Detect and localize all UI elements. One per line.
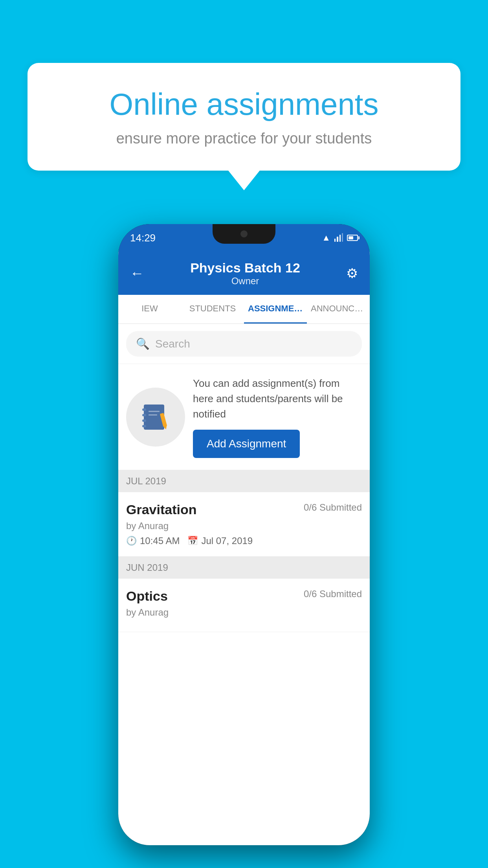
assignment-date: 📅 Jul 07, 2019 <box>187 535 253 546</box>
assignment-item-optics[interactable]: Optics 0/6 Submitted by Anurag <box>118 579 370 632</box>
wifi-icon: ▲ <box>322 233 330 243</box>
svg-rect-4 <box>142 425 146 427</box>
svg-rect-1 <box>142 408 146 411</box>
assignment-name: Gravitation <box>126 502 196 517</box>
tab-iew[interactable]: IEW <box>118 295 181 324</box>
calendar-icon: 📅 <box>187 536 198 546</box>
assignment-by-optics: by Anurag <box>126 607 362 618</box>
app-header: ← Physics Batch 12 Owner ⚙ <box>118 252 370 295</box>
tab-assignments[interactable]: ASSIGNMENTS <box>244 295 307 324</box>
search-container: 🔍 Search <box>118 324 370 364</box>
search-icon: 🔍 <box>136 337 150 350</box>
speech-bubble-arrow <box>228 171 260 190</box>
phone-frame: 14:29 ▲ ← Physics Batch 12 <box>118 224 370 845</box>
assignment-by: by Anurag <box>126 520 362 531</box>
back-button[interactable]: ← <box>130 265 144 281</box>
status-bar: 14:29 ▲ <box>118 224 370 252</box>
svg-rect-7 <box>149 411 160 412</box>
svg-rect-2 <box>142 414 146 416</box>
header-title-container: Physics Batch 12 Owner <box>190 260 300 287</box>
signal-icon <box>334 234 343 242</box>
assignment-name-optics: Optics <box>126 588 168 604</box>
promo-description: You can add assignment(s) from here and … <box>193 376 362 422</box>
tab-students[interactable]: STUDENTS <box>181 295 244 324</box>
search-bar[interactable]: 🔍 Search <box>126 331 362 357</box>
assignment-time: 🕐 10:45 AM <box>126 535 180 546</box>
tabs-container: IEW STUDENTS ASSIGNMENTS ANNOUNCEM <box>118 295 370 324</box>
speech-bubble: Online assignments ensure more practice … <box>28 63 460 171</box>
tab-announcements[interactable]: ANNOUNCEM <box>307 295 370 324</box>
role-label: Owner <box>190 276 300 287</box>
promo-icon-circle <box>126 388 185 447</box>
speech-bubble-title: Online assignments <box>55 86 433 122</box>
assignment-submitted: 0/6 Submitted <box>304 502 362 513</box>
speech-bubble-container: Online assignments ensure more practice … <box>28 63 460 190</box>
promo-section: You can add assignment(s) from here and … <box>118 364 370 470</box>
section-header-jun: JUN 2019 <box>118 557 370 579</box>
assignment-top: Gravitation 0/6 Submitted <box>126 502 362 517</box>
assignment-meta: 🕐 10:45 AM 📅 Jul 07, 2019 <box>126 535 362 546</box>
batch-name: Physics Batch 12 <box>190 260 300 276</box>
notebook-svg-icon <box>140 401 171 433</box>
clock-icon: 🕐 <box>126 536 137 546</box>
add-assignment-button[interactable]: Add Assignment <box>193 430 300 458</box>
svg-rect-3 <box>142 419 146 422</box>
promo-text-area: You can add assignment(s) from here and … <box>193 376 362 458</box>
camera <box>240 230 248 237</box>
section-header-jul: JUL 2019 <box>118 470 370 492</box>
status-icons: ▲ <box>322 233 358 243</box>
search-placeholder: Search <box>155 338 190 350</box>
status-time: 14:29 <box>130 232 156 244</box>
phone-screen: ← Physics Batch 12 Owner ⚙ IEW STUDENTS … <box>118 252 370 845</box>
assignment-top-optics: Optics 0/6 Submitted <box>126 588 362 604</box>
settings-icon[interactable]: ⚙ <box>346 265 358 281</box>
svg-rect-8 <box>149 414 157 416</box>
assignment-item-gravitation[interactable]: Gravitation 0/6 Submitted by Anurag 🕐 10… <box>118 492 370 557</box>
phone-notch <box>213 224 275 244</box>
battery-icon <box>347 235 358 241</box>
speech-bubble-subtitle: ensure more practice for your students <box>55 130 433 147</box>
assignment-submitted-optics: 0/6 Submitted <box>304 588 362 600</box>
